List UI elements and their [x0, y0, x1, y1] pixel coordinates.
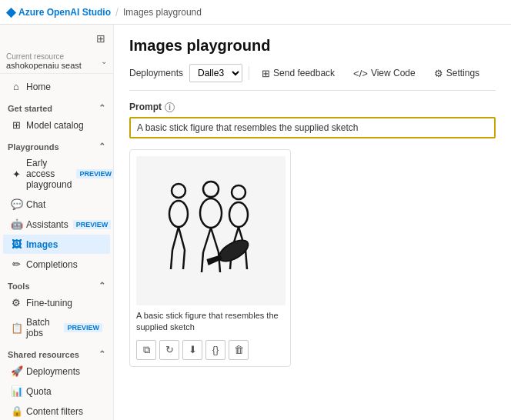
section-get-started: Get started ⌃ [0, 97, 113, 115]
main-layout: ⊞ Current resource ashokopenaiu seast ⌄ … [0, 25, 511, 420]
svg-line-10 [202, 252, 203, 272]
section-label: Get started [8, 104, 52, 113]
current-resource-section: Current resource ashokopenaiu seast ⌄ [0, 49, 113, 74]
svg-line-17 [245, 250, 247, 269]
model-catalog-icon: ⊞ [11, 119, 22, 131]
deployment-select[interactable]: Dalle3 [190, 65, 242, 82]
svg-point-0 [172, 184, 185, 198]
json-button[interactable]: {} [205, 340, 225, 360]
sidebar-item-batch-jobs[interactable]: 📋 Batch jobs PREVIEW [3, 313, 110, 342]
section-collapse-icon[interactable]: ⌃ [99, 103, 105, 113]
svg-point-13 [229, 202, 248, 227]
settings-button[interactable]: ⚙ Settings [428, 65, 486, 82]
image-display [136, 156, 286, 305]
section-tools: Tools ⌃ [0, 275, 113, 292]
settings-label: Settings [446, 68, 479, 78]
sidebar-item-label: Batch jobs [26, 317, 59, 338]
assistants-preview-badge: PREVIEW [73, 220, 112, 229]
sidebar-item-label: Home [26, 82, 51, 92]
prompt-label: Prompt i [129, 102, 496, 112]
current-resource-label: Current resource [6, 52, 101, 61]
gear-icon: ⚙ [434, 68, 443, 79]
svg-line-5 [183, 250, 185, 269]
assistants-icon: 🤖 [11, 218, 22, 230]
svg-line-9 [211, 228, 219, 252]
delete-button[interactable]: 🗑 [229, 340, 249, 360]
stick-figure-svg [149, 169, 272, 292]
prompt-input[interactable] [129, 117, 496, 138]
batch-jobs-icon: 📋 [11, 322, 22, 334]
sidebar-item-label: Deployments [26, 366, 80, 377]
code-icon: </> [353, 68, 368, 79]
delete-icon: 🗑 [234, 344, 244, 355]
svg-point-1 [169, 201, 188, 227]
sidebar-item-label: Chat [26, 199, 45, 210]
deployment-select-wrap[interactable]: Dalle3 [189, 64, 242, 82]
current-page-label: Images playground [123, 7, 202, 18]
sidebar-item-early-access[interactable]: ✦ Early access playground PREVIEW [3, 154, 110, 194]
sidebar-item-label: Completions [26, 259, 78, 270]
svg-line-4 [171, 250, 172, 269]
download-icon: ⬇ [189, 344, 197, 355]
section-shared-resources: Shared resources ⌃ [0, 343, 113, 361]
view-code-label: View Code [371, 68, 416, 78]
completions-icon: ✏ [11, 258, 22, 270]
sidebar-item-chat[interactable]: 💬 Chat [3, 195, 110, 214]
early-access-icon: ✦ [11, 168, 22, 180]
sidebar-item-quota[interactable]: 📊 Quota [3, 382, 110, 401]
json-icon: {} [212, 344, 219, 355]
sidebar-item-model-catalog[interactable]: ⊞ Model catalog [3, 115, 110, 135]
feedback-icon: ⊞ [262, 68, 270, 79]
chat-icon: 💬 [11, 198, 22, 210]
sidebar-item-completions[interactable]: ✏ Completions [3, 255, 110, 274]
svg-line-3 [179, 227, 185, 250]
copy-button[interactable]: ⧉ [136, 340, 156, 360]
sidebar-item-label: Assistants [26, 219, 68, 230]
sidebar-item-deployments[interactable]: 🚀 Deployments [3, 362, 110, 381]
image-actions: ⧉ ↻ ⬇ {} 🗑 [136, 340, 284, 360]
deployments-label: Deployments [129, 68, 183, 78]
top-bar: ◆ Azure OpenAI Studio / Images playgroun… [0, 0, 511, 25]
sidebar-item-content-filters[interactable]: 🔒 Content filters [3, 402, 110, 420]
sidebar-toggle-button[interactable]: ⊞ [93, 31, 109, 46]
refresh-icon: ↻ [165, 344, 174, 355]
send-feedback-button[interactable]: ⊞ Send feedback [256, 65, 341, 82]
page-title: Images playground [129, 37, 496, 55]
deployments-icon: 🚀 [11, 365, 22, 377]
section-label: Playgrounds [8, 142, 59, 152]
fine-tuning-icon: ⚙ [11, 297, 22, 308]
svg-line-2 [172, 227, 179, 250]
view-code-button[interactable]: </> View Code [347, 65, 422, 82]
sidebar-item-images[interactable]: 🖼 Images [3, 235, 110, 254]
sidebar-item-label: Quota [26, 386, 52, 397]
images-icon: 🖼 [11, 238, 22, 250]
home-icon: ⌂ [11, 81, 22, 92]
image-result-card: A basic stick figure that resembles the … [129, 149, 291, 367]
svg-point-6 [203, 182, 219, 197]
brand-name: Azure OpenAI Studio [18, 7, 111, 18]
svg-point-7 [200, 198, 222, 228]
azure-icon: ◆ [6, 5, 15, 19]
section-label: Shared resources [8, 350, 79, 359]
sidebar-item-fine-tuning[interactable]: ⚙ Fine-tuning [3, 293, 110, 312]
resource-info: Current resource ashokopenaiu seast [6, 52, 101, 70]
section-playgrounds-collapse-icon[interactable]: ⌃ [99, 142, 105, 152]
section-playgrounds: Playgrounds ⌃ [0, 135, 113, 153]
section-label: Tools [8, 282, 30, 291]
section-tools-collapse-icon[interactable]: ⌃ [99, 281, 105, 291]
send-feedback-label: Send feedback [273, 68, 335, 78]
toolbar: Deployments Dalle3 ⊞ Send feedback </> V… [129, 64, 496, 91]
sidebar-item-home[interactable]: ⌂ Home [3, 77, 110, 96]
sidebar-item-label: Content filters [26, 406, 83, 417]
refresh-button[interactable]: ↻ [159, 340, 179, 360]
sidebar-item-label: Early access playground [26, 158, 72, 190]
content-area: Images playground Deployments Dalle3 ⊞ S… [114, 25, 511, 420]
download-button[interactable]: ⬇ [182, 340, 202, 360]
resource-chevron-icon[interactable]: ⌄ [101, 57, 107, 65]
svg-line-8 [203, 228, 211, 252]
sidebar-item-assistants[interactable]: 🤖 Assistants PREVIEW [3, 215, 110, 234]
section-shared-collapse-icon[interactable]: ⌃ [99, 349, 105, 359]
image-caption: A basic stick figure that resembles the … [136, 310, 284, 334]
sidebar-item-label: Fine-tuning [26, 298, 72, 308]
toolbar-divider-1 [249, 66, 249, 80]
